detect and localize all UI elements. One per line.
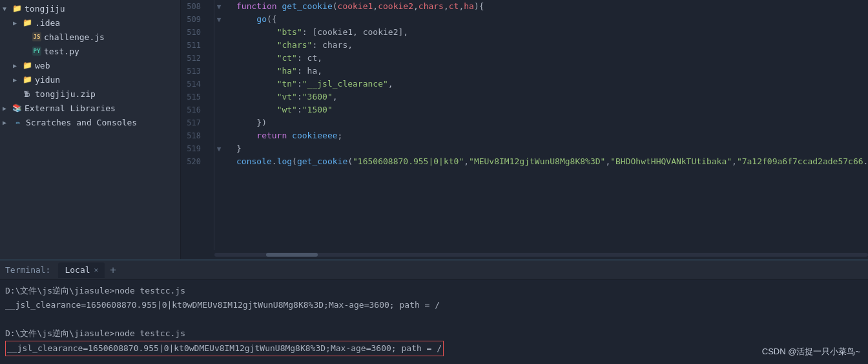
indent xyxy=(236,78,277,91)
console-log: console xyxy=(236,155,272,168)
terminal-tab-name: Local xyxy=(65,265,90,275)
sidebar-item-scratches[interactable]: ▶ ✏️ Scratches and Consoles xyxy=(0,115,180,129)
paren-close: ){ xyxy=(474,0,484,13)
c1: , xyxy=(464,155,469,168)
terminal-content[interactable]: D:\文件\js逆向\jiasule>node testcc.js __jsl_… xyxy=(0,280,868,364)
key-ct: "ct" xyxy=(277,52,297,65)
dot: . xyxy=(272,155,277,168)
arg1: "1650608870.955|0|kt0" xyxy=(353,155,464,168)
sidebar-item-idea[interactable]: ▶ 📁 .idea xyxy=(0,16,180,30)
go-paren: ({ xyxy=(267,13,277,26)
code-content: 508 509 510 511 512 513 514 515 516 517 … xyxy=(181,0,868,250)
watermark-text: CSDN @活捉一只小菜鸟~ xyxy=(762,347,860,356)
close-go: }) xyxy=(256,116,267,129)
code-lines[interactable]: function get_cookie(cookie1,cookie2,char… xyxy=(223,0,868,250)
paren: ( xyxy=(292,155,297,168)
val-vt: "3600" xyxy=(302,91,333,103)
comma: , xyxy=(333,91,338,103)
arg2: "MEUv8IM12gjtWunU8Mg8K8%3D" xyxy=(469,155,605,168)
gutter-511 xyxy=(214,39,223,52)
colon: : xyxy=(297,78,302,91)
gutter-518 xyxy=(214,129,223,142)
arg3: "BHDOhwtHHQVANkTUtibaka" xyxy=(610,155,732,168)
sidebar-item-external-libraries[interactable]: ▶ 📚 External Libraries xyxy=(0,101,180,115)
sidebar-item-label: challenge.js xyxy=(44,32,105,42)
gutter-520 xyxy=(214,155,223,168)
sidebar-item-challenge-js[interactable]: ▶ JS challenge.js xyxy=(0,30,180,44)
go-call: go xyxy=(256,13,267,26)
comma1: , xyxy=(373,0,378,13)
indent xyxy=(236,52,277,65)
scrollbar-thumb[interactable] xyxy=(266,253,318,257)
paren-open: ( xyxy=(333,0,338,13)
paren2: ( xyxy=(347,155,353,168)
watermark: CSDN @活捉一只小菜鸟~ xyxy=(762,345,860,359)
bracket-close: ], xyxy=(398,26,408,39)
comma2: , xyxy=(413,0,418,13)
gutter-514 xyxy=(214,78,223,91)
main-area: ▼ 📁 tongjiju ▶ 📁 .idea ▶ JS challenge.js… xyxy=(0,0,868,259)
horizontal-scrollbar[interactable] xyxy=(181,250,868,259)
line-num-515: 515 xyxy=(181,91,206,103)
semi: ; xyxy=(338,129,343,142)
line-num-518: 518 xyxy=(181,129,206,142)
indent xyxy=(236,26,277,39)
terminal-line-blank xyxy=(5,312,863,327)
c3: , xyxy=(732,155,737,168)
sidebar-item-yidun[interactable]: ▶ 📁 yidun xyxy=(0,72,180,87)
fold-519[interactable]: ▼ xyxy=(214,142,223,155)
terminal-close-button[interactable]: ✕ xyxy=(94,266,99,274)
fold-508[interactable]: ▼ xyxy=(214,0,223,13)
gutter-515 xyxy=(214,91,223,103)
colon: : xyxy=(297,91,302,103)
code-line-512: "ct": ct, xyxy=(236,52,868,65)
colon: : ct, xyxy=(297,52,322,65)
terminal-add-button[interactable]: + xyxy=(106,264,120,276)
folder-icon: 📁 xyxy=(22,74,32,85)
sidebar-item-zip[interactable]: ▶ 🗜 tongjiju.zip xyxy=(0,87,180,101)
ellipsis: ... xyxy=(863,155,868,168)
expand-arrow: ▶ xyxy=(3,119,12,126)
val-tn: "__jsl_clearance" xyxy=(302,78,388,91)
gutter-512 xyxy=(214,52,223,65)
gutter-513 xyxy=(214,65,223,78)
expand-arrow: ▶ xyxy=(13,19,22,27)
val-bts: cookie1, cookie2 xyxy=(317,26,398,39)
terminal-area: Terminal: Local ✕ + D:\文件\js逆向\jiasule>n… xyxy=(0,259,868,364)
sidebar-item-test-py[interactable]: ▶ PY test.py xyxy=(0,44,180,58)
scrollbar-track[interactable] xyxy=(214,253,868,257)
terminal-line-3: D:\文件\js逆向\jiasule>node testcc.js xyxy=(5,327,863,341)
indent xyxy=(236,116,256,129)
sidebar-item-tongjiju[interactable]: ▼ 📁 tongjiju xyxy=(0,1,180,16)
indent xyxy=(236,39,277,52)
line-num-517: 517 xyxy=(181,116,206,129)
close-fn: } xyxy=(236,142,242,155)
code-gutter: ▼ ▼ ▼ xyxy=(214,0,223,250)
gutter-510 xyxy=(214,26,223,39)
func-name: get_cookie xyxy=(282,0,332,13)
line-num-512: 512 xyxy=(181,52,206,65)
expand-arrow: ▶ xyxy=(3,105,12,112)
sidebar-item-web[interactable]: ▶ 📁 web xyxy=(0,58,180,72)
gutter-517 xyxy=(214,116,223,129)
indent xyxy=(236,91,277,103)
get-cookie-call: get_cookie xyxy=(297,155,347,168)
param4: ct xyxy=(449,0,459,13)
code-line-517: }) xyxy=(236,116,868,129)
code-line-518: return cookieeee; xyxy=(236,129,868,142)
sidebar-item-label: web xyxy=(35,61,50,70)
terminal-label: Terminal: xyxy=(5,265,50,275)
fold-509[interactable]: ▼ xyxy=(214,13,223,26)
keyword-function: function xyxy=(236,0,277,13)
code-line-513: "ha": ha, xyxy=(236,65,868,78)
space xyxy=(287,129,292,142)
terminal-tab-local[interactable]: Local ✕ xyxy=(58,262,105,278)
c2: , xyxy=(605,155,610,168)
return-val: cookieeee xyxy=(292,129,337,142)
return-kw: return xyxy=(256,129,287,142)
terminal-line-1: D:\文件\js逆向\jiasule>node testcc.js xyxy=(5,284,863,298)
terminal-tabs: Terminal: Local ✕ + xyxy=(0,261,868,280)
comma: , xyxy=(388,78,393,91)
key-chars: "chars" xyxy=(277,39,313,52)
log-fn: log xyxy=(277,155,292,168)
